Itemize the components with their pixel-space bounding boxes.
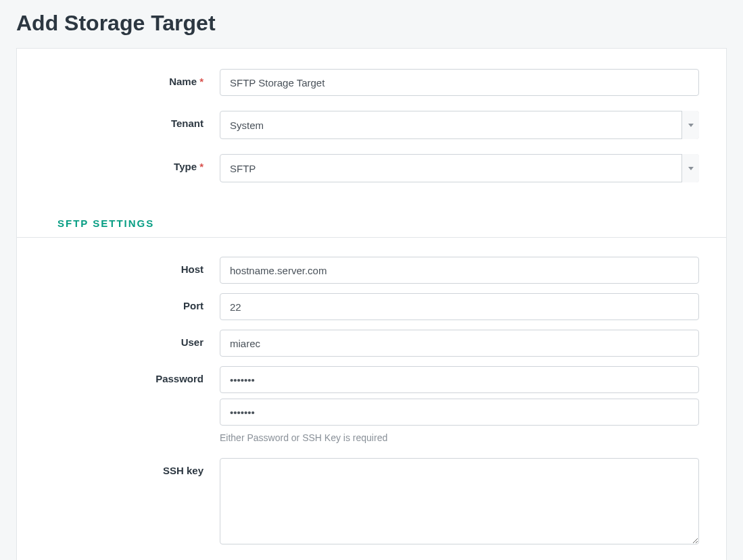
control-tenant: System [220, 111, 699, 139]
label-port-text: Port [183, 300, 203, 311]
control-ssh-key [220, 458, 699, 547]
ssh-key-textarea[interactable] [220, 458, 699, 544]
label-name-text: Name [169, 76, 197, 87]
label-tenant: Tenant [44, 111, 220, 129]
form-card: Name * Tenant System Type * SFT [16, 48, 727, 560]
row-port: Port [44, 293, 699, 320]
port-input[interactable] [220, 293, 699, 320]
row-password: Password Either Password or SSH Key is r… [44, 366, 699, 443]
page-title: Add Storage Target [0, 0, 743, 48]
label-host: Host [44, 257, 220, 275]
label-user: User [44, 330, 220, 348]
section-sftp-settings: SFTP SETTINGS [17, 197, 726, 238]
user-input[interactable] [220, 330, 699, 357]
password-confirm-input[interactable] [220, 399, 699, 426]
row-type: Type * SFTP [44, 154, 699, 182]
password-help-text: Either Password or SSH Key is required [220, 432, 699, 443]
label-tenant-text: Tenant [171, 118, 203, 129]
row-user: User [44, 330, 699, 357]
control-port [220, 293, 699, 320]
required-indicator: * [199, 161, 203, 172]
tenant-select[interactable]: System [220, 111, 699, 139]
row-tenant: Tenant System [44, 111, 699, 139]
password-input[interactable] [220, 366, 699, 393]
row-ssh-key: SSH key [44, 458, 699, 547]
row-name: Name * [44, 69, 699, 96]
label-password: Password [44, 366, 220, 384]
label-name: Name * [44, 69, 220, 87]
type-select-value: SFTP [220, 154, 699, 182]
label-type-text: Type [174, 161, 197, 172]
label-password-text: Password [155, 373, 203, 384]
label-host-text: Host [181, 263, 203, 275]
label-user-text: User [181, 336, 203, 348]
label-ssh-key: SSH key [44, 458, 220, 476]
label-port: Port [44, 293, 220, 311]
tenant-select-value: System [220, 111, 699, 139]
label-type: Type * [44, 154, 220, 172]
required-indicator: * [199, 76, 203, 87]
type-select[interactable]: SFTP [220, 154, 699, 182]
control-password: Either Password or SSH Key is required [220, 366, 699, 443]
name-input[interactable] [220, 69, 699, 96]
row-host: Host [44, 257, 699, 284]
label-ssh-key-text: SSH key [163, 465, 203, 476]
control-name [220, 69, 699, 96]
control-host [220, 257, 699, 284]
host-input[interactable] [220, 257, 699, 284]
control-user [220, 330, 699, 357]
control-type: SFTP [220, 154, 699, 182]
